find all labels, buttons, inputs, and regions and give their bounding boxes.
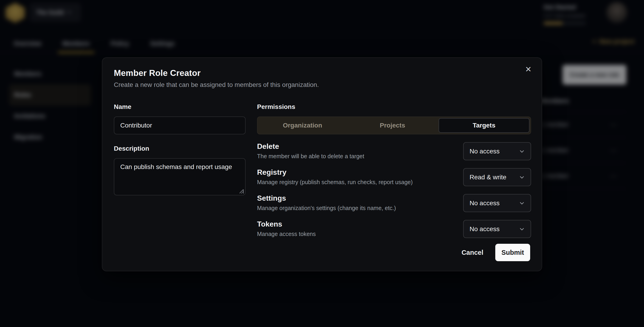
permission-row-delete: Delete The member will be able to delete… xyxy=(257,142,531,160)
permission-row-tokens: Tokens Manage access tokens No access xyxy=(257,220,531,238)
description-label: Description xyxy=(114,145,246,152)
chevron-down-icon xyxy=(519,175,525,180)
cancel-button[interactable]: Cancel xyxy=(460,247,485,259)
permission-title: Registry xyxy=(257,168,413,177)
chevron-down-icon xyxy=(519,200,525,206)
settings-access-select[interactable]: No access xyxy=(463,194,531,212)
delete-access-select[interactable]: No access xyxy=(463,142,531,160)
app-screen: The Guild ▾ Get Started 4 of 7 tasks com… xyxy=(0,0,644,327)
permission-row-registry: Registry Manage registry (publish schema… xyxy=(257,168,531,186)
permission-title: Delete xyxy=(257,142,364,151)
submit-button[interactable]: Submit xyxy=(495,244,530,261)
select-value: Read & write xyxy=(470,174,506,181)
scope-tab-organization[interactable]: Organization xyxy=(258,118,348,133)
permission-row-settings: Settings Manage organization's settings … xyxy=(257,194,531,212)
scope-tab-targets[interactable]: Targets xyxy=(438,118,530,133)
permissions-scope-tabs: Organization Projects Targets xyxy=(257,116,531,134)
role-name-input[interactable] xyxy=(114,116,246,134)
modal-subtitle: Create a new role that can be assigned t… xyxy=(114,81,530,88)
modal-title: Member Role Creator xyxy=(114,68,530,78)
select-value: No access xyxy=(470,225,500,233)
permissions-label: Permissions xyxy=(257,103,531,110)
permission-subtitle: Manage registry (publish schemas, run ch… xyxy=(257,179,413,186)
tokens-access-select[interactable]: No access xyxy=(463,220,531,238)
permission-subtitle: The member will be able to delete a targ… xyxy=(257,153,364,160)
registry-access-select[interactable]: Read & write xyxy=(463,168,531,186)
role-description-textarea[interactable] xyxy=(114,158,246,195)
select-value: No access xyxy=(470,148,500,155)
scope-tab-projects[interactable]: Projects xyxy=(348,118,438,133)
close-icon[interactable]: ✕ xyxy=(522,63,535,76)
chevron-down-icon xyxy=(519,226,525,232)
chevron-down-icon xyxy=(519,149,525,154)
name-label: Name xyxy=(114,103,246,110)
permission-title: Tokens xyxy=(257,220,316,228)
permission-title: Settings xyxy=(257,194,396,203)
select-value: No access xyxy=(470,200,500,207)
resize-handle-icon[interactable] xyxy=(240,189,244,194)
permission-subtitle: Manage access tokens xyxy=(257,231,316,237)
permission-subtitle: Manage organization's settings (change i… xyxy=(257,205,396,211)
modal-footer: Cancel Submit xyxy=(460,244,530,261)
member-role-creator-modal: ✕ Member Role Creator Create a new role … xyxy=(102,57,542,271)
